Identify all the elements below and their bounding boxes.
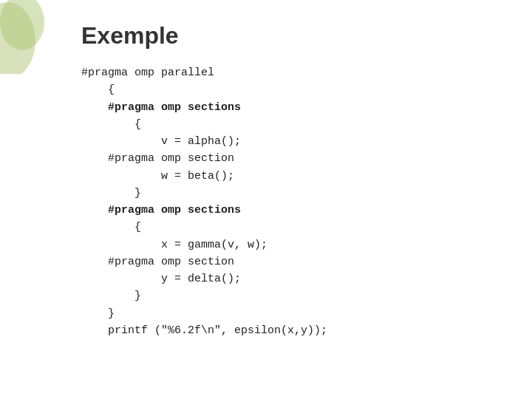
slide-title: Exemple xyxy=(81,22,532,50)
code-line: printf ("%6.2f\n", epsilon(x,y)); xyxy=(81,322,532,339)
code-block: #pragma omp parallel { #pragma omp secti… xyxy=(81,64,532,339)
code-line: { xyxy=(81,219,532,236)
corner-decoration xyxy=(0,0,52,74)
code-line: { xyxy=(81,81,532,98)
code-line: #pragma omp sections xyxy=(81,202,532,219)
code-line: } xyxy=(81,185,532,202)
svg-point-0 xyxy=(0,2,35,74)
code-line: #pragma omp section xyxy=(81,253,532,270)
code-line: #pragma omp parallel xyxy=(81,64,532,81)
code-line: { xyxy=(81,116,532,133)
code-line: x = gamma(v, w); xyxy=(81,236,532,253)
code-line: #pragma omp sections xyxy=(81,99,532,116)
code-line: w = beta(); xyxy=(81,168,532,185)
code-line: y = delta(); xyxy=(81,270,532,287)
code-line: v = alpha(); xyxy=(81,133,532,150)
code-line: } xyxy=(81,305,532,322)
svg-point-1 xyxy=(0,0,44,50)
code-line: #pragma omp section xyxy=(81,150,532,167)
slide: Exemple #pragma omp parallel { #pragma o… xyxy=(0,0,532,399)
code-line: } xyxy=(81,287,532,304)
